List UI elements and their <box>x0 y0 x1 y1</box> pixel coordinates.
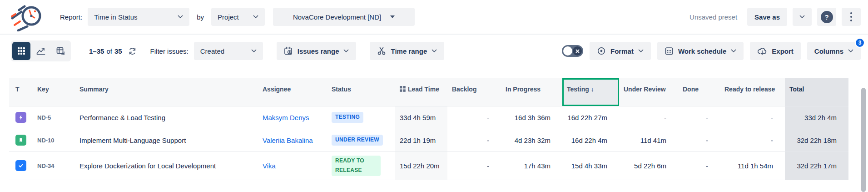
col-header-key[interactable]: Key <box>33 78 75 106</box>
assignee-link[interactable]: Vika <box>263 162 276 170</box>
triangle-down-icon <box>390 15 395 18</box>
vertical-scrollbar[interactable] <box>861 88 866 192</box>
lead-time-label: Lead Time <box>408 86 439 93</box>
line-chart-icon <box>36 47 45 55</box>
testing-value: 16d 22h 4m <box>562 129 619 152</box>
by-label: by <box>197 13 204 21</box>
refresh-button[interactable] <box>128 47 137 56</box>
done-value: - <box>678 152 720 180</box>
chart-view-button[interactable] <box>32 42 50 60</box>
cloud-download-icon <box>757 46 767 56</box>
issue-summary[interactable]: Implement Multi-Language Support <box>75 129 258 152</box>
story-issue-type-icon <box>15 135 26 146</box>
issue-type-cell <box>9 152 33 180</box>
col-header-summary[interactable]: Summary <box>75 78 258 106</box>
filter-issues-value: Created <box>200 47 224 55</box>
table-row: ND-5 Performance & Load Testing Maksym D… <box>9 106 848 129</box>
format-button[interactable]: Format <box>590 42 651 60</box>
done-value: - <box>678 106 720 129</box>
status-badge: UNDER REVIEW <box>332 135 383 146</box>
preset-status: Unsaved preset <box>689 13 737 21</box>
time-range-label: Time range <box>391 47 427 55</box>
table-header-row: T Key Summary Assignee Status Lead Time … <box>9 78 848 106</box>
question-mark-icon: ? <box>821 11 833 23</box>
filter-issues-label: Filter issues: <box>150 47 188 55</box>
display-toggle[interactable] <box>562 45 583 57</box>
eye-icon <box>597 46 606 56</box>
bolt-issue-type-icon <box>15 112 26 123</box>
col-header-total[interactable]: Total <box>785 78 848 106</box>
project-select[interactable]: NovaCore Development [ND] <box>273 8 415 26</box>
issue-key[interactable]: ND-10 <box>33 129 75 152</box>
time-range-button[interactable]: Time range <box>370 42 444 60</box>
export-button[interactable]: Export <box>750 42 801 60</box>
group-by-value: Project <box>218 13 239 21</box>
columns-button[interactable]: Columns 3 <box>807 42 861 60</box>
grid-view-button[interactable] <box>12 42 30 60</box>
col-header-status[interactable]: Status <box>327 78 395 106</box>
issues-range-label: Issues range <box>298 47 339 55</box>
report-toolbar: 1–35 of 35 Filter issues: Created Issues… <box>11 38 861 64</box>
assignee-cell: Vika <box>258 152 327 180</box>
col-header-done[interactable]: Done <box>678 78 720 106</box>
report-type-select[interactable]: Time in Status <box>88 8 189 26</box>
col-header-type[interactable]: T <box>9 78 33 106</box>
toggle-off-icon <box>573 46 582 56</box>
issue-summary[interactable]: Explore Dockerization for Local Developm… <box>75 152 258 180</box>
col-header-in-progress[interactable]: In Progress <box>501 78 562 106</box>
under-review-value: 5d 22h 6m <box>619 152 678 180</box>
more-options-button[interactable] <box>842 8 861 26</box>
save-as-button[interactable]: Save as <box>747 8 787 26</box>
chevron-down-icon <box>799 15 805 19</box>
columns-label: Columns <box>814 47 843 55</box>
assignee-cell: Maksym Denys <box>258 106 327 129</box>
scissors-icon <box>377 46 386 56</box>
group-by-select[interactable]: Project <box>211 8 265 26</box>
col-header-ready-to-release[interactable]: Ready to release <box>720 78 785 106</box>
issues-range-button[interactable]: Issues range <box>277 42 357 60</box>
status-badge: READY TO RELEASE <box>332 156 381 176</box>
col-header-under-review[interactable]: Under Review <box>619 78 678 106</box>
save-options-button[interactable] <box>793 8 812 26</box>
count-total: 35 <box>114 47 122 55</box>
issue-type-cell <box>9 106 33 129</box>
col-header-testing-sorted[interactable]: Testing↓ <box>562 78 619 106</box>
issue-key[interactable]: ND-34 <box>33 152 75 180</box>
help-button[interactable]: ? <box>817 8 836 26</box>
assignee-link[interactable]: Valeriia Bakalina <box>263 136 313 144</box>
report-label: Report: <box>60 13 82 21</box>
col-header-assignee[interactable]: Assignee <box>258 78 327 106</box>
issue-key[interactable]: ND-5 <box>33 106 75 129</box>
report-type-value: Time in Status <box>94 13 137 21</box>
col-header-backlog[interactable]: Backlog <box>447 78 501 106</box>
work-schedule-label: Work schedule <box>678 47 726 55</box>
chevron-down-icon <box>731 49 736 53</box>
format-label: Format <box>610 47 634 55</box>
issue-summary[interactable]: Performance & Load Testing <box>75 106 258 129</box>
count-range: 1–35 <box>89 47 104 55</box>
app-header: Report: Time in Status by Project NovaCo… <box>0 0 868 35</box>
task-issue-type-icon <box>15 160 26 171</box>
chevron-down-icon <box>253 15 258 19</box>
status-cell: READY TO RELEASE <box>327 152 395 180</box>
pivot-view-button[interactable] <box>51 42 69 60</box>
chevron-down-icon <box>251 49 257 53</box>
kebab-menu-icon <box>850 12 852 21</box>
ready-to-release-value: - <box>720 129 785 152</box>
table-row: ND-10 Implement Multi-Language Support V… <box>9 129 848 152</box>
combined-statuses-icon <box>400 86 406 92</box>
col-header-lead-time[interactable]: Lead Time <box>395 78 447 106</box>
assignee-link[interactable]: Maksym Denys <box>263 114 309 121</box>
in-progress-value: 16d 3h 36m <box>501 106 562 129</box>
ready-to-release-value: - <box>720 106 785 129</box>
filter-issues-select[interactable]: Created <box>194 42 263 60</box>
chevron-down-icon <box>848 49 853 53</box>
issue-count: 1–35 of 35 <box>89 47 137 56</box>
work-schedule-button[interactable]: Work schedule <box>657 42 744 60</box>
lead-time-value: 22d 1h 19m <box>395 129 447 152</box>
lead-time-value: 33d 4h 59m <box>395 106 447 129</box>
under-review-value: 11d 41m <box>619 129 678 152</box>
calendar-clock-icon <box>284 46 293 56</box>
total-value: 33d 2h 4m <box>785 106 848 129</box>
lead-time-value: 15d 22h 20m <box>395 152 447 180</box>
